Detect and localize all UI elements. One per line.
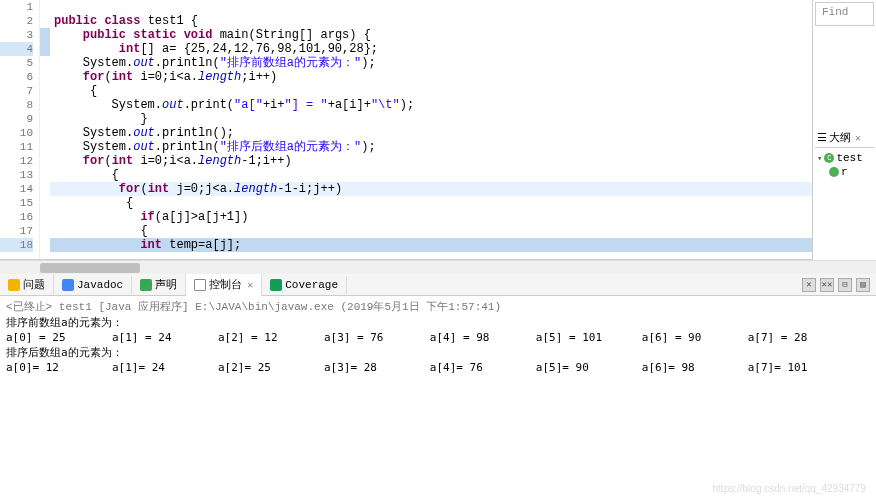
method-icon — [829, 167, 839, 177]
display-button[interactable]: ▤ — [856, 278, 870, 292]
tab-label: Coverage — [285, 279, 338, 291]
tab-declaration[interactable]: 声明 — [132, 274, 186, 295]
outline-icon: ☰ — [817, 131, 827, 144]
tab-label: Javadoc — [77, 279, 123, 291]
close-icon[interactable]: ✕ — [247, 279, 253, 291]
console-icon — [194, 279, 206, 291]
output-line: 排序后数组a的元素为： — [6, 345, 870, 360]
javadoc-icon — [62, 279, 74, 291]
chevron-down-icon[interactable]: ▾ — [817, 153, 822, 164]
output-line: 排序前数组a的元素为： — [6, 315, 870, 330]
horizontal-scrollbar[interactable] — [0, 260, 876, 274]
scrollbar-thumb[interactable] — [40, 263, 140, 273]
tab-coverage[interactable]: Coverage — [262, 276, 347, 294]
outline-view: ☰ 大纲 ✕ ▾ C test r — [813, 126, 876, 186]
coverage-icon — [270, 279, 282, 291]
find-input[interactable]: Find — [815, 2, 874, 26]
pin-button[interactable]: ⊟ — [838, 278, 852, 292]
remove-all-button[interactable]: ✕✕ — [820, 278, 834, 292]
terminated-line: <已终止> test1 [Java 应用程序] E:\JAVA\bin\java… — [6, 300, 870, 315]
marker-column — [40, 0, 50, 259]
tab-console[interactable]: 控制台 ✕ — [186, 274, 262, 296]
class-label: test — [836, 152, 862, 164]
outline-tree: ▾ C test r — [815, 148, 874, 184]
close-icon[interactable]: ✕ — [855, 132, 861, 144]
outline-title: 大纲 — [829, 130, 851, 145]
tab-label: 控制台 — [209, 277, 242, 292]
class-icon: C — [824, 153, 834, 163]
side-panel: Find ☰ 大纲 ✕ ▾ C test r — [812, 0, 876, 260]
problems-icon — [8, 279, 20, 291]
console-toolbar: ✕ ✕✕ ⊟ ▤ — [802, 278, 876, 292]
tab-problems[interactable]: 问题 — [0, 274, 54, 295]
console-output[interactable]: <已终止> test1 [Java 应用程序] E:\JAVA\bin\java… — [0, 296, 876, 379]
output-line: a[0] = 25 a[1] = 24 a[2] = 12 a[3] = 76 … — [6, 330, 870, 345]
method-label: r — [841, 166, 848, 178]
tree-node-method[interactable]: r — [817, 166, 872, 178]
code-editor[interactable]: public class test1 { public static void … — [50, 0, 846, 259]
tab-javadoc[interactable]: Javadoc — [54, 276, 132, 294]
tree-node-class[interactable]: ▾ C test — [817, 152, 872, 164]
outline-tab[interactable]: ☰ 大纲 ✕ — [815, 128, 874, 148]
tab-label: 声明 — [155, 277, 177, 292]
bottom-tabs: 问题 Javadoc 声明 控制台 ✕ Coverage ✕ ✕✕ ⊟ ▤ — [0, 274, 876, 296]
editor-area: 123456789101112131415161718 public class… — [0, 0, 876, 260]
remove-launch-button[interactable]: ✕ — [802, 278, 816, 292]
tab-label: 问题 — [23, 277, 45, 292]
declaration-icon — [140, 279, 152, 291]
watermark: https://blog.csdn.net/qq_42934779 — [713, 483, 866, 494]
line-number-gutter: 123456789101112131415161718 — [0, 0, 40, 259]
output-line: a[0]= 12 a[1]= 24 a[2]= 25 a[3]= 28 a[4]… — [6, 360, 870, 375]
